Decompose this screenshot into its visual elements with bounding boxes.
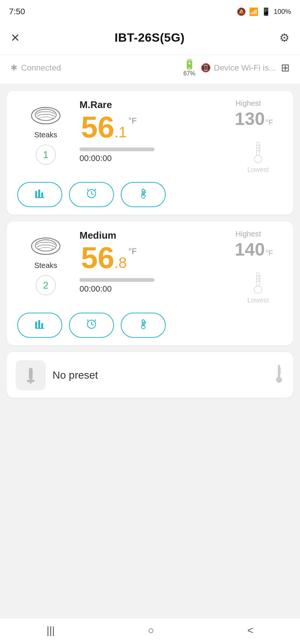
no-preset-card: No preset bbox=[7, 352, 293, 398]
svg-rect-25 bbox=[38, 320, 40, 328]
svg-rect-40 bbox=[278, 370, 281, 371]
probe-number-1: 1 bbox=[36, 144, 56, 165]
highest-temp-1: 130 bbox=[235, 108, 265, 129]
device-battery-pct: 67% bbox=[183, 70, 195, 77]
svg-point-20 bbox=[254, 286, 262, 293]
temp-main-1: 56 bbox=[81, 112, 114, 142]
timer-1: 00:00:00 bbox=[80, 153, 232, 163]
signal-icon: 📱 bbox=[261, 7, 271, 16]
bluetooth-icon: ✱ bbox=[10, 63, 17, 73]
alarm-icon-2 bbox=[86, 319, 97, 332]
steak-icon-2 bbox=[27, 230, 64, 260]
cards-container: Steaks 1 M.Rare 56 .1 °F 00:00:00 Highes… bbox=[0, 91, 300, 345]
close-icon[interactable]: ✕ bbox=[10, 31, 20, 44]
lowest-label-1: Lowest bbox=[247, 166, 268, 174]
svg-rect-24 bbox=[35, 322, 37, 328]
thermometer-lowest-2: Lowest bbox=[247, 271, 268, 304]
svg-rect-21 bbox=[257, 281, 261, 282]
highest-unit-2: °F bbox=[266, 249, 273, 257]
alarm-icon-1 bbox=[86, 188, 97, 201]
alarm-btn-2[interactable] bbox=[69, 313, 114, 338]
temp-unit-2: °F bbox=[128, 247, 136, 256]
device-wifi-row: 📵 Device Wi-Fi is... bbox=[201, 63, 276, 73]
action-buttons-1 bbox=[16, 182, 284, 207]
svg-rect-41 bbox=[278, 368, 281, 369]
svg-rect-33 bbox=[144, 323, 146, 324]
temp-btn-2[interactable] bbox=[121, 313, 166, 338]
svg-rect-34 bbox=[29, 368, 33, 380]
svg-rect-36 bbox=[30, 382, 32, 384]
thermometer-btn-icon-1 bbox=[138, 188, 148, 201]
svg-rect-39 bbox=[278, 372, 281, 373]
forward-button[interactable]: < bbox=[247, 624, 253, 636]
timer-2: 00:00:00 bbox=[80, 284, 232, 294]
probe-card-1: Steaks 1 M.Rare 56 .1 °F 00:00:00 Highes… bbox=[7, 91, 293, 215]
preset-name-1: M.Rare bbox=[80, 99, 232, 111]
no-preset-label: No preset bbox=[52, 369, 98, 381]
svg-rect-9 bbox=[41, 193, 43, 198]
svg-rect-23 bbox=[257, 275, 261, 277]
svg-rect-15 bbox=[144, 191, 146, 191]
highest-label-1: Highest bbox=[232, 99, 261, 108]
top-nav: ✕ IBT-26S(5G) ⚙ bbox=[0, 21, 300, 55]
no-preset-icon bbox=[16, 360, 46, 390]
chart-icon-2 bbox=[34, 319, 45, 332]
svg-rect-7 bbox=[35, 191, 37, 198]
svg-point-0 bbox=[32, 107, 60, 124]
device-wifi-text: Device Wi-Fi is... bbox=[214, 63, 276, 73]
settings-icon[interactable]: ⚙ bbox=[279, 31, 290, 44]
status-icons: 🔕 📶 📱 100% bbox=[237, 7, 291, 16]
wifi-off-icon: 📵 bbox=[201, 63, 211, 73]
probe-number-2: 2 bbox=[36, 275, 56, 295]
grid-icon[interactable]: ⊞ bbox=[281, 62, 290, 74]
temp-unit-1: °F bbox=[128, 116, 136, 126]
no-preset-temp-icon bbox=[274, 364, 284, 387]
progress-bar-1 bbox=[80, 147, 154, 151]
lowest-label-2: Lowest bbox=[247, 296, 268, 304]
temp-btn-1[interactable] bbox=[121, 182, 166, 207]
svg-rect-6 bbox=[257, 145, 261, 146]
progress-bar-2 bbox=[80, 278, 154, 282]
alarm-btn-1[interactable] bbox=[69, 182, 114, 207]
bottom-nav: ||| ○ < bbox=[0, 618, 300, 644]
svg-point-18 bbox=[35, 240, 56, 251]
svg-rect-32 bbox=[144, 321, 146, 322]
action-buttons-2 bbox=[16, 313, 284, 338]
svg-point-3 bbox=[254, 155, 262, 163]
svg-rect-22 bbox=[257, 278, 261, 279]
highest-temp-2: 140 bbox=[235, 239, 265, 260]
bluetooth-connected-row: ✱ Connected bbox=[10, 63, 61, 73]
thermometer-btn-icon-2 bbox=[138, 319, 148, 332]
svg-rect-16 bbox=[144, 192, 146, 193]
svg-rect-4 bbox=[257, 150, 261, 151]
svg-rect-5 bbox=[257, 147, 261, 149]
food-label-1: Steaks bbox=[34, 131, 57, 139]
chart-icon-1 bbox=[34, 188, 45, 201]
temp-decimal-1: .1 bbox=[114, 124, 127, 141]
highest-unit-1: °F bbox=[266, 118, 273, 127]
svg-rect-8 bbox=[38, 190, 40, 198]
temp-main-2: 56 bbox=[81, 243, 114, 273]
home-button[interactable]: ○ bbox=[148, 624, 154, 636]
status-time: 7:50 bbox=[9, 7, 25, 17]
wifi-icon: 📶 bbox=[249, 7, 258, 16]
svg-rect-26 bbox=[41, 323, 43, 328]
battery-status: 100% bbox=[274, 8, 291, 16]
svg-rect-35 bbox=[27, 380, 34, 382]
chart-btn-1[interactable] bbox=[17, 182, 62, 207]
highest-label-2: Highest bbox=[232, 230, 261, 238]
chart-btn-2[interactable] bbox=[17, 313, 62, 338]
svg-point-38 bbox=[276, 377, 282, 383]
device-battery-icon: 🔋 bbox=[183, 59, 195, 70]
food-label-2: Steaks bbox=[34, 261, 57, 270]
back-button[interactable]: ||| bbox=[46, 624, 55, 636]
connected-label: Connected bbox=[21, 63, 61, 73]
preset-name-2: Medium bbox=[80, 230, 232, 241]
probe-card-2: Steaks 2 Medium 56 .8 °F 00:00:00 Highes… bbox=[7, 221, 293, 345]
svg-point-1 bbox=[35, 109, 56, 120]
steak-icon-1 bbox=[27, 99, 64, 129]
status-bar: 7:50 🔕 📶 📱 100% bbox=[0, 0, 300, 21]
temp-decimal-2: .8 bbox=[114, 254, 127, 271]
page-title: IBT-26S(5G) bbox=[115, 31, 185, 45]
cutlery-icon bbox=[21, 366, 40, 385]
